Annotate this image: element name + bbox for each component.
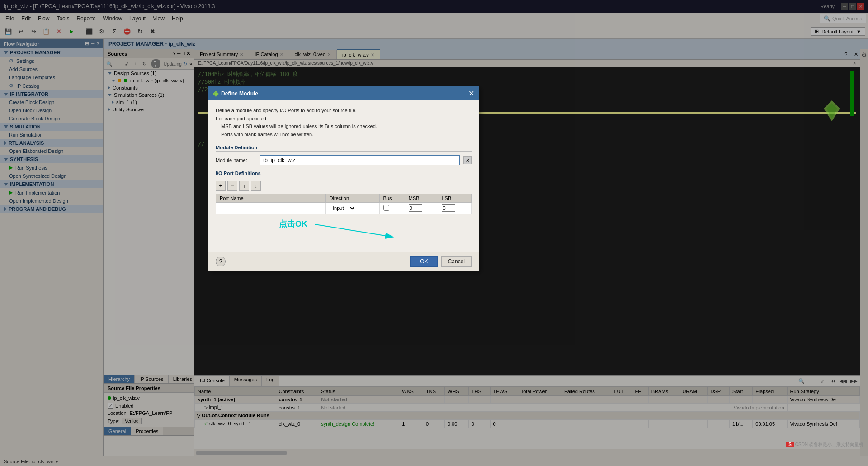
- col-bus: Bus: [379, 194, 405, 203]
- port-toolbar: + − ↑ ↓: [216, 181, 472, 191]
- desc-line-4: Ports with blank names will not be writt…: [216, 131, 472, 139]
- module-name-row: Module name: ✕: [216, 155, 472, 165]
- col-port-name: Port Name: [216, 194, 326, 203]
- port-direction-select[interactable]: input output inout: [330, 204, 356, 212]
- annotation-area: 点击OK: [216, 214, 472, 246]
- svg-line-3: [315, 224, 385, 236]
- port-msb-input[interactable]: [409, 204, 422, 212]
- port-row-1: input output inout: [216, 203, 472, 214]
- port-remove-btn[interactable]: −: [227, 181, 237, 191]
- help-button[interactable]: ?: [216, 257, 226, 266]
- desc-line-3: MSB and LSB values will be ignored unles…: [216, 123, 472, 131]
- ok-button[interactable]: OK: [410, 256, 437, 267]
- port-up-btn[interactable]: ↑: [239, 181, 249, 191]
- dialog-close-button[interactable]: ✕: [468, 90, 474, 97]
- io-port-label: I/O Port Definitions: [216, 171, 472, 177]
- dialog-title-left: ◈ Define Module: [213, 89, 258, 98]
- port-lsb-input[interactable]: [442, 204, 455, 212]
- dialog-footer: ? OK Cancel: [208, 252, 479, 271]
- desc-line-2: For each port specified:: [216, 115, 472, 123]
- col-msb: MSB: [405, 194, 438, 203]
- port-bus-checkbox[interactable]: [383, 205, 389, 211]
- vivado-logo-area: [823, 100, 841, 124]
- define-module-dialog: ◈ Define Module ✕ Define a module and sp…: [208, 86, 479, 271]
- module-name-clear-btn[interactable]: ✕: [463, 156, 472, 164]
- port-name-input[interactable]: [220, 205, 322, 211]
- csdn-text: CSDN @鲁棒最小二乘支持向量机: [795, 442, 863, 447]
- annotation-text: 点击OK: [279, 219, 307, 229]
- desc-line-1: Define a module and specify I/O Ports to…: [216, 107, 472, 115]
- annotation-arrow: [315, 222, 406, 240]
- col-direction: Direction: [326, 194, 379, 203]
- port-down-btn[interactable]: ↓: [251, 181, 261, 191]
- module-name-input[interactable]: [260, 155, 460, 165]
- dialog-title-text: Define Module: [221, 90, 258, 97]
- module-definition-label: Module Definition: [216, 145, 472, 152]
- col-lsb: LSB: [438, 194, 472, 203]
- port-table: Port Name Direction Bus MSB LSB input o: [216, 194, 472, 214]
- cancel-button[interactable]: Cancel: [441, 256, 472, 267]
- modal-overlay: ◈ Define Module ✕ Define a module and sp…: [0, 0, 868, 466]
- footer-left: ?: [216, 257, 226, 266]
- vivado-icon: ◈: [213, 89, 218, 98]
- module-name-label: Module name:: [216, 157, 256, 163]
- port-add-btn[interactable]: +: [216, 181, 226, 191]
- footer-right: OK Cancel: [410, 256, 472, 267]
- dialog-description: Define a module and specify I/O Ports to…: [216, 107, 472, 138]
- csdn-attribution: S CSDN @鲁棒最小二乘支持向量机: [786, 442, 863, 448]
- dialog-titlebar: ◈ Define Module ✕: [208, 86, 479, 100]
- csdn-logo: S: [786, 442, 794, 447]
- dialog-body: Define a module and specify I/O Ports to…: [208, 100, 479, 252]
